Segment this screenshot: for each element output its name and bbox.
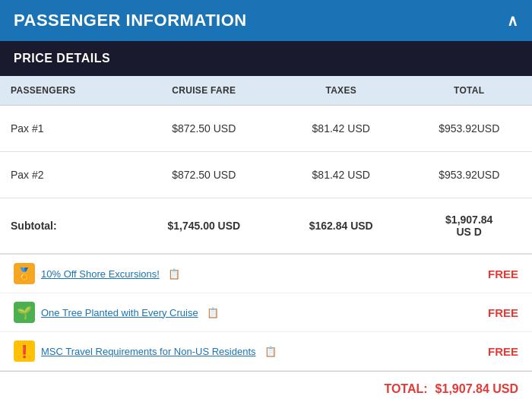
promo-excursions-link[interactable]: 10% Off Shore Excursions! [41,268,160,280]
table-header-row: PASSENGERS CRUISE FARE TAXES TOTAL [0,76,532,106]
promo-left: 🏅 10% Off Shore Excursions! 📋 [14,263,180,284]
col-total: TOTAL [406,76,532,106]
promo-excursions-copy-icon[interactable]: 📋 [168,268,180,280]
subtotal-taxes: $162.84 USD [276,198,406,254]
pax2-cruise-fare: $872.50 USD [132,152,276,198]
col-passengers: PASSENGERS [0,76,132,106]
subtotal-total-line1: $1,907.8 [445,214,487,226]
total-amount: $1,907.84 USD [435,382,518,396]
promo-left: ❗ MSC Travel Requirements for Non-US Res… [14,340,277,362]
subtotal-label: Subtotal: [0,198,132,254]
pax1-total: $953.92USD [406,106,532,152]
subtotal-total: $1,907.84 US D [406,198,532,254]
price-table: PASSENGERS CRUISE FARE TAXES TOTAL Pax #… [0,76,532,254]
header-title: PASSENGER INFORMATION [14,11,247,30]
promo-icon-tree: 🌱 [14,302,35,323]
subtotal-row: Subtotal: $1,745.00 USD $162.84 USD $1,9… [0,198,532,254]
total-footer: TOTAL: $1,907.84 USD [0,371,532,399]
price-details-title: PRICE DETAILS [14,52,110,65]
subtotal-total-line2: 4 [487,214,493,226]
promo-travel-link[interactable]: MSC Travel Requirements for Non-US Resid… [41,346,256,357]
table-row: Pax #2 $872.50 USD $81.42 USD $953.92USD [0,152,532,198]
promo-icon-travel: ❗ [14,340,35,362]
promo-row-travel: ❗ MSC Travel Requirements for Non-US Res… [0,332,532,371]
promo-row-excursions: 🏅 10% Off Shore Excursions! 📋 FREE [0,255,532,293]
promo-tree-free: FREE [488,306,518,319]
pax1-cruise-fare: $872.50 USD [132,106,276,152]
promo-icon-excursions: 🏅 [14,263,35,284]
table-row: Pax #1 $872.50 USD $81.42 USD $953.92USD [0,106,532,152]
col-taxes: TAXES [276,76,406,106]
promo-left: 🌱 One Tree Planted with Every Cruise 📋 [14,302,219,323]
pax2-taxes: $81.42 USD [276,152,406,198]
pax2-name: Pax #2 [0,152,132,198]
subtotal-total-unit: US D [457,226,482,238]
subtotal-cruise-fare: $1,745.00 USD [132,198,276,254]
pax1-name: Pax #1 [0,106,132,152]
promo-excursions-free: FREE [488,268,518,280]
promo-travel-copy-icon[interactable]: 📋 [264,346,277,357]
promo-travel-free: FREE [488,345,518,358]
pax1-taxes: $81.42 USD [276,106,406,152]
passenger-information-header: PASSENGER INFORMATION ∧ [0,0,532,41]
total-label: TOTAL: [384,382,427,396]
promotions-section: 🏅 10% Off Shore Excursions! 📋 FREE 🌱 One… [0,254,532,371]
price-details-header: PRICE DETAILS [0,41,532,76]
promo-tree-copy-icon[interactable]: 📋 [207,307,219,318]
col-cruise-fare: CRUISE FARE [132,76,276,106]
collapse-chevron-icon[interactable]: ∧ [507,11,518,30]
promo-tree-link[interactable]: One Tree Planted with Every Cruise [41,307,198,318]
promo-row-tree: 🌱 One Tree Planted with Every Cruise 📋 F… [0,293,532,332]
pax2-total: $953.92USD [406,152,532,198]
